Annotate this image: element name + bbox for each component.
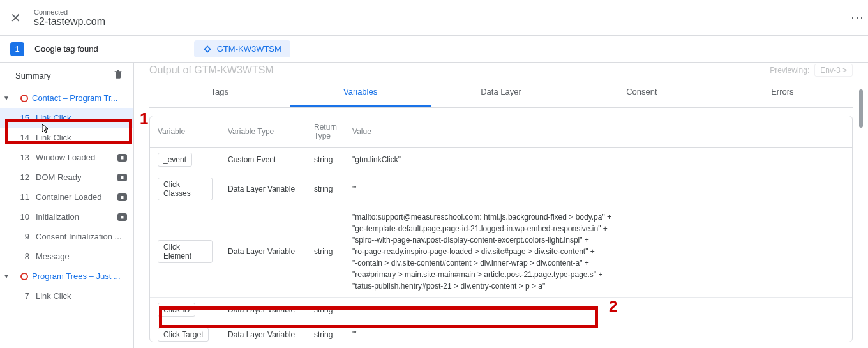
tab-consent[interactable]: Consent xyxy=(571,78,712,107)
variable-value: "" xyxy=(345,298,852,322)
variable-name-chip[interactable]: Click Classes xyxy=(158,178,213,200)
variable-value: "" xyxy=(345,322,852,343)
chevron-down-icon: ▼ xyxy=(3,273,10,280)
sidebar-event-12[interactable]: 12 DOM Ready ■ xyxy=(0,167,133,187)
sidebar-event-13[interactable]: 13 Window Loaded ■ xyxy=(0,148,133,167)
return-type: string xyxy=(306,172,345,206)
cursor-icon xyxy=(42,124,50,136)
env-chip[interactable]: Env-3 > xyxy=(814,64,853,77)
sidebar-event-7[interactable]: 7 Link Click xyxy=(0,286,133,306)
th-variable-type: Variable Type xyxy=(220,116,306,148)
output-title: Output of GTM-KW3WTSM xyxy=(149,64,274,76)
status-circle-icon xyxy=(20,95,28,102)
tab-errors[interactable]: Errors xyxy=(712,78,853,107)
table-row[interactable]: Click IDData Layer Variablestring"" xyxy=(150,298,852,322)
variable-name-chip[interactable]: Click ID xyxy=(158,303,195,317)
tab-data-layer[interactable]: Data Layer xyxy=(431,78,571,107)
event-detail-icon: ■ xyxy=(117,193,127,201)
variable-value: "mailto:support@measureschool.com: html.… xyxy=(345,206,852,298)
event-label: Initialization xyxy=(36,212,79,222)
sidebar-event-11[interactable]: 11 Container Loaded ■ xyxy=(0,187,133,207)
variable-value: "" xyxy=(345,172,852,206)
status-circle-icon xyxy=(20,273,28,280)
return-type: string xyxy=(306,322,345,343)
group-label: Contact – Program Tr... xyxy=(32,93,126,103)
event-label: Window Loaded xyxy=(36,153,95,162)
event-label: DOM Ready xyxy=(36,172,82,182)
variable-name-chip[interactable]: Click Target xyxy=(158,328,209,342)
group-label: Program Trees – Just ... xyxy=(32,271,126,281)
container-chip[interactable]: GTM-KW3WTSM xyxy=(194,40,290,57)
table-row[interactable]: Click ElementData Layer Variablestring"m… xyxy=(150,206,852,298)
sidebar-event-9[interactable]: 9 Consent Initialization ... xyxy=(0,227,133,246)
chevron-down-icon: ▼ xyxy=(3,95,10,102)
event-detail-icon: ■ xyxy=(117,213,127,221)
return-type: string xyxy=(306,206,345,298)
sidebar-event-8[interactable]: 8 Message xyxy=(0,246,133,266)
th-value: Value xyxy=(345,116,852,148)
table-row[interactable]: Click ClassesData Layer Variablestring"" xyxy=(150,172,852,206)
table-row[interactable]: Click TargetData Layer Variablestring"" xyxy=(150,322,852,343)
sidebar-group-contact[interactable]: ▼ Contact – Program Tr... xyxy=(0,88,133,108)
variable-value: "gtm.linkClick" xyxy=(345,148,852,172)
th-variable: Variable xyxy=(150,116,220,148)
table-row[interactable]: _eventCustom Eventstring"gtm.linkClick" xyxy=(150,148,852,172)
th-return-type: Return Type xyxy=(306,116,345,148)
event-label: Container Loaded xyxy=(36,192,101,202)
variable-type: Data Layer Variable xyxy=(220,172,306,206)
variable-name-chip[interactable]: _event xyxy=(158,153,192,167)
variable-type: Data Layer Variable xyxy=(220,298,306,322)
event-label: Link Click xyxy=(36,291,71,301)
tab-variables[interactable]: Variables xyxy=(290,78,430,107)
event-label: Message xyxy=(36,252,70,261)
summary-label[interactable]: Summary xyxy=(15,71,51,80)
sidebar-group-program-trees[interactable]: ▼ Program Trees – Just ... xyxy=(0,266,133,286)
gtm-icon xyxy=(203,45,212,54)
variables-table: Variable Variable Type Return Type Value… xyxy=(150,116,852,342)
variable-type: Data Layer Variable xyxy=(220,322,306,343)
sidebar-event-15[interactable]: 15 Link Click xyxy=(0,108,133,128)
output-tabs: Tags Variables Data Layer Consent Errors xyxy=(149,78,853,108)
connection-status: Connected s2-tastewp.com xyxy=(34,8,105,27)
event-label: Consent Initialization ... xyxy=(36,232,121,241)
variable-type: Custom Event xyxy=(220,148,306,172)
domain-text: s2-tastewp.com xyxy=(34,16,105,27)
return-type: string xyxy=(306,148,345,172)
sidebar-event-10[interactable]: 10 Initialization ■ xyxy=(0,207,133,227)
event-detail-icon: ■ xyxy=(117,174,127,181)
return-type: string xyxy=(306,298,345,322)
connected-label: Connected xyxy=(34,8,105,16)
tab-tags[interactable]: Tags xyxy=(149,78,290,107)
container-id: GTM-KW3WTSM xyxy=(217,44,281,54)
variable-type: Data Layer Variable xyxy=(220,206,306,298)
close-icon[interactable]: ✕ xyxy=(10,10,21,26)
variable-name-chip[interactable]: Click Element xyxy=(158,240,213,263)
delete-icon[interactable] xyxy=(113,69,123,82)
tag-count-badge: 1 xyxy=(10,42,24,56)
tag-found-text: Google tag found xyxy=(34,44,98,54)
event-label: Link Click xyxy=(36,113,71,123)
scrollbar-thumb[interactable] xyxy=(859,89,863,128)
sidebar: Summary ▼ Contact – Program Tr... 15 Lin… xyxy=(0,63,134,348)
event-label: Link Click xyxy=(36,133,71,142)
sidebar-event-14[interactable]: 14 Link Click xyxy=(0,128,133,148)
preview-label: Previewing: xyxy=(770,66,809,75)
event-detail-icon: ■ xyxy=(117,154,127,162)
